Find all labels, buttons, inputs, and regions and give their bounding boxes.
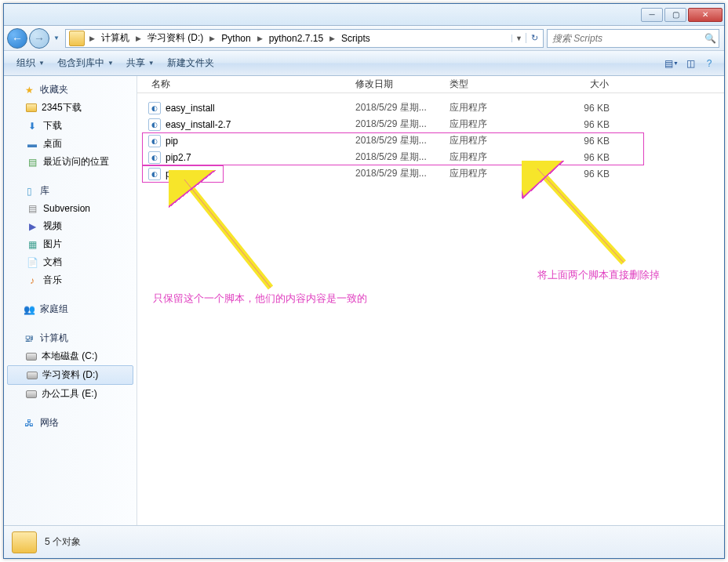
crumb-scripts[interactable]: Scripts bbox=[337, 30, 375, 47]
exe-icon: ◐ bbox=[148, 151, 161, 164]
exe-icon: ◐ bbox=[148, 102, 161, 114]
col-size[interactable]: 大小 bbox=[537, 78, 616, 91]
share-label: 共享 bbox=[126, 56, 145, 70]
address-dropdown[interactable]: ▼ bbox=[511, 34, 526, 42]
sidebar-item-video[interactable]: ▶视频 bbox=[4, 217, 136, 235]
file-row[interactable]: ◐ pip 2018/5/29 星期... 应用程序 96 KB bbox=[137, 132, 724, 149]
nav-history-dropdown[interactable]: ▼ bbox=[51, 28, 62, 49]
maximize-button[interactable]: ▢ bbox=[664, 8, 686, 22]
crumb-sep-icon[interactable]: ▶ bbox=[208, 34, 217, 42]
crumb-pyver[interactable]: python2.7.15 bbox=[264, 30, 328, 47]
col-type[interactable]: 类型 bbox=[443, 78, 537, 91]
file-row[interactable]: ◐ pip2 2018/5/29 星期... 应用程序 96 KB bbox=[137, 165, 724, 182]
crumb-computer[interactable]: 计算机 bbox=[96, 30, 134, 47]
exe-icon: ◐ bbox=[148, 118, 161, 131]
col-date[interactable]: 修改日期 bbox=[349, 78, 443, 91]
help-button[interactable]: ? bbox=[701, 55, 718, 72]
sidebar-item-documents[interactable]: 📄文档 bbox=[4, 253, 136, 271]
search-input[interactable] bbox=[548, 33, 701, 44]
crumb-sep-icon[interactable]: ▶ bbox=[328, 34, 337, 42]
file-row[interactable]: ◐ easy_install 2018/5/29 星期... 应用程序 96 K… bbox=[137, 100, 724, 116]
sidebar-item-desktop[interactable]: ▬桌面 bbox=[4, 135, 136, 153]
sidebar-item-drive-c[interactable]: 本地磁盘 (C:) bbox=[4, 347, 136, 365]
include-label: 包含到库中 bbox=[57, 56, 104, 70]
explorer-window: ─ ▢ ✕ ← → ▼ ▶ 计算机 ▶ 学习资料 (D:) ▶ Python ▶… bbox=[3, 3, 725, 559]
computer-header[interactable]: 🖳计算机 bbox=[4, 329, 136, 347]
back-button[interactable]: ← bbox=[7, 28, 27, 49]
file-date: 2018/5/29 星期... bbox=[349, 134, 443, 147]
favorites-label: 收藏夹 bbox=[40, 83, 68, 96]
toolbar: 组织▼ 包含到库中▼ 共享▼ 新建文件夹 ▤▼ ◫ ? bbox=[4, 51, 724, 76]
network-icon: 🖧 bbox=[23, 417, 35, 430]
annotation-text-left: 只保留这个一个脚本，他们的内容内容是一致的 bbox=[153, 292, 367, 306]
file-size: 96 KB bbox=[537, 169, 616, 179]
sidebar-item-subversion[interactable]: ▤Subversion bbox=[4, 200, 136, 217]
sidebar-item-pictures[interactable]: ▦图片 bbox=[4, 235, 136, 253]
sidebar-item-downloads[interactable]: ⬇下载 bbox=[4, 117, 136, 135]
minimize-button[interactable]: ─ bbox=[641, 8, 663, 22]
share-button[interactable]: 共享▼ bbox=[120, 53, 161, 73]
exe-icon: ◐ bbox=[148, 135, 161, 147]
file-name: easy_install bbox=[166, 103, 349, 114]
organize-button[interactable]: 组织▼ bbox=[10, 53, 51, 73]
file-name: easy_install-2.7 bbox=[166, 119, 349, 130]
disk-icon bbox=[26, 390, 37, 398]
sidebar-item-label: 文档 bbox=[43, 256, 62, 269]
newfolder-button[interactable]: 新建文件夹 bbox=[161, 53, 220, 73]
chevron-down-icon: ▼ bbox=[107, 60, 114, 67]
view-button[interactable]: ▤▼ bbox=[663, 55, 680, 72]
sidebar-item-music[interactable]: ♪音乐 bbox=[4, 271, 136, 289]
sidebar-item-label: 2345下载 bbox=[42, 101, 82, 114]
close-button[interactable]: ✕ bbox=[688, 8, 723, 22]
crumb-sep-icon[interactable]: ▶ bbox=[256, 34, 264, 42]
search-box[interactable]: 🔍 bbox=[547, 29, 719, 48]
computer-icon: 🖳 bbox=[23, 332, 35, 345]
refresh-button[interactable]: ↻ bbox=[526, 33, 543, 43]
forward-button[interactable]: → bbox=[29, 28, 49, 49]
col-name[interactable]: 名称 bbox=[145, 78, 349, 91]
sidebar-item-2345dl[interactable]: 2345下载 bbox=[4, 99, 136, 117]
disk-icon bbox=[27, 372, 38, 379]
file-type: 应用程序 bbox=[443, 101, 537, 114]
crumb-python[interactable]: Python bbox=[217, 30, 255, 47]
status-bar: 5 个对象 bbox=[4, 525, 724, 558]
annotation-arrow-left bbox=[169, 170, 286, 296]
organize-label: 组织 bbox=[16, 56, 35, 70]
file-row[interactable]: ◐ easy_install-2.7 2018/5/29 星期... 应用程序 … bbox=[137, 116, 724, 132]
pictures-icon: ▦ bbox=[26, 238, 38, 251]
network-header[interactable]: 🖧网络 bbox=[4, 414, 136, 432]
file-name: pip2.7 bbox=[166, 152, 349, 163]
svg-line-4 bbox=[537, 169, 624, 263]
chevron-down-icon: ▼ bbox=[148, 60, 155, 67]
file-type: 应用程序 bbox=[443, 118, 537, 131]
file-date: 2018/5/29 星期... bbox=[349, 150, 443, 164]
navigation-pane: ★收藏夹 2345下载 ⬇下载 ▬桌面 ▤最近访问的位置 ▯库 ▤Subvers… bbox=[4, 76, 137, 525]
sidebar-item-drive-e[interactable]: 办公工具 (E:) bbox=[4, 385, 136, 403]
crumb-sep-icon[interactable]: ▶ bbox=[88, 34, 96, 42]
favorites-header[interactable]: ★收藏夹 bbox=[4, 81, 136, 99]
libraries-header[interactable]: ▯库 bbox=[4, 182, 136, 200]
include-button[interactable]: 包含到库中▼ bbox=[51, 53, 120, 73]
file-list-area: 名称 修改日期 类型 大小 ◐ easy_install 2018/5/29 星… bbox=[137, 76, 724, 525]
homegroup-header[interactable]: 👥家庭组 bbox=[4, 300, 136, 318]
sidebar-item-label: Subversion bbox=[43, 203, 90, 214]
crumb-drive[interactable]: 学习资料 (D:) bbox=[143, 30, 208, 47]
crumb-sep-icon[interactable]: ▶ bbox=[134, 34, 143, 42]
svg-line-1 bbox=[184, 179, 271, 288]
file-date: 2018/5/29 星期... bbox=[349, 118, 443, 131]
file-type: 应用程序 bbox=[443, 150, 537, 164]
search-icon[interactable]: 🔍 bbox=[701, 33, 719, 44]
star-icon: ★ bbox=[23, 84, 35, 96]
recent-icon: ▤ bbox=[26, 156, 38, 169]
status-text: 5 个对象 bbox=[45, 535, 81, 549]
file-name: pip bbox=[166, 136, 349, 147]
file-size: 96 KB bbox=[537, 103, 616, 114]
sidebar-item-drive-d[interactable]: 学习资料 (D:) bbox=[7, 365, 133, 385]
address-bar[interactable]: ▶ 计算机 ▶ 学习资料 (D:) ▶ Python ▶ python2.7.1… bbox=[65, 29, 544, 48]
preview-pane-button[interactable]: ◫ bbox=[682, 55, 699, 72]
file-type: 应用程序 bbox=[443, 167, 537, 180]
sidebar-item-label: 视频 bbox=[43, 219, 62, 233]
sidebar-item-recent[interactable]: ▤最近访问的位置 bbox=[4, 153, 136, 171]
documents-icon: 📄 bbox=[26, 256, 38, 269]
file-row[interactable]: ◐ pip2.7 2018/5/29 星期... 应用程序 96 KB bbox=[137, 149, 724, 165]
